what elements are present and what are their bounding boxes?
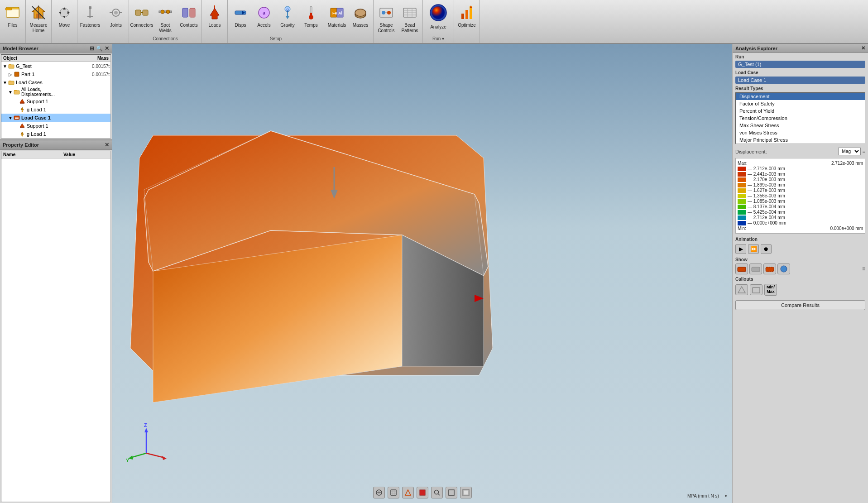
ae-displacement-mode-select[interactable]: Mag X Y Z [838,148,861,155]
shape-controls-btn[interactable]: ShapeControls [374,2,398,35]
result-item-major-principal[interactable]: Major Principal Stress [736,136,865,144]
result-item-von-mises[interactable]: von Mises Stress [736,129,865,136]
measure-home-btn[interactable]: MeasureHome [27,2,50,35]
loads-btn[interactable]: Loads [203,2,226,30]
temps-btn[interactable]: Temps [299,2,323,30]
result-item-displacement[interactable]: Displacement [736,93,865,100]
scale-swatch-5 [738,194,746,198]
tree-item-all-loads[interactable]: ▼ All Loads, Displacements... [1,86,110,97]
accels-btn[interactable]: a Accels [252,2,276,30]
tree-toggle-2[interactable]: ▼ [2,80,8,85]
show-icon-4[interactable] [777,263,790,274]
model-browser-icon-2[interactable]: 🔍 [96,45,103,52]
tree-item-loadcase1[interactable]: ▼ Load Case 1 [1,114,110,122]
model-browser-icon-1[interactable]: ⊞ [90,45,94,52]
masses-btn[interactable]: Masses [349,2,372,30]
property-editor-close[interactable]: ✕ [105,142,109,148]
vp-tool-6[interactable] [446,487,457,498]
ae-close[interactable]: ✕ [861,45,865,51]
tree-item-gload1-lc1[interactable]: g Load 1 [1,130,110,138]
tree-toggle-0[interactable]: ▼ [2,64,8,69]
tree-toggle-1[interactable]: ▷ [8,72,13,77]
move-btn[interactable]: Move [53,2,76,30]
anim-play-btn[interactable]: ▶ [735,244,746,254]
scale-entry-0: — 2.712e-003 mm [738,166,863,171]
tree-item-g-test[interactable]: ▼ G_Test 0.00157t [1,62,110,70]
result-item-max-shear[interactable]: Max Shear Stress [736,122,865,129]
status-bar: MPA (mm t N s) ✦ [687,493,728,498]
result-item-percent-yield[interactable]: Percent of Yield [736,107,865,115]
show-icon-1[interactable] [735,263,748,274]
fasteners-btn[interactable]: Fasteners [78,2,102,30]
ae-result-types-label: Result Types [733,85,868,91]
tree-toggle-6[interactable]: ▼ [8,115,13,120]
vp-tool-1[interactable] [373,487,385,498]
left-panel: Model Browser ⊞ 🔍 ✕ Object Mass ▼ G_Test… [0,44,112,503]
connectors-btn[interactable]: Connectors [130,2,153,30]
show-options-icon[interactable]: ≡ [862,266,865,272]
vp-tool-3[interactable] [402,487,414,498]
scale-swatch-0 [738,167,746,171]
tree-item-gload1-all[interactable]: g Load 1 [1,105,110,114]
status-text: MPA (mm t N s) [687,493,719,498]
analysis-explorer-panel: Analysis Explorer ✕ Run G_Test (1) Load … [732,44,868,503]
analyze-btn[interactable]: Analyze [424,2,453,32]
tree-col-object: Object [3,56,72,61]
scale-entry-9: — 2.712e-004 mm [738,215,863,220]
result-item-factor-safety[interactable]: Factor of Safety [736,100,865,107]
prop-col-name: Name [3,152,63,157]
anim-record-btn[interactable]: ⏺ [761,244,772,254]
show-icon-3[interactable] [763,263,776,274]
anim-forward-btn[interactable]: ⏩ [748,244,759,254]
callout-btn-2[interactable] [750,284,762,295]
tree-item-name-4: Support 1 [27,99,73,104]
scale-max-value: 2.712e-003 mm [831,161,863,166]
vp-tool-4[interactable] [417,487,428,498]
tree-item-part1[interactable]: ▷ Part 1 0.00157t [1,70,110,78]
spot-welds-btn[interactable]: Spot Welds [153,2,177,35]
tree-item-name-1: Part 1 [21,72,73,77]
scale-val-2: — 2.170e-003 mm [748,177,863,182]
svg-rect-67 [14,91,19,94]
vp-tool-5[interactable] [431,487,443,498]
svg-rect-26 [190,8,195,17]
svg-marker-93 [144,428,148,432]
vp-tool-7[interactable] [460,487,472,498]
svg-text:Fe: Fe [332,11,337,15]
tree-item-load-cases[interactable]: ▼ Load Cases [1,78,110,86]
gravity-btn[interactable]: g Gravity [276,2,299,30]
ae-run-value[interactable]: G_Test (1) [735,61,865,68]
scale-entry-10: — 0.000e+000 mm [738,220,863,225]
tree-item-support1-lc1[interactable]: Support 1 [1,122,110,130]
ae-load-case-label: Load Case [733,69,868,76]
scale-entry-4: — 1.627e-003 mm [738,188,863,193]
tree-item-mass-1: 0.00157t [73,72,110,77]
svg-marker-69 [20,99,24,103]
materials-icon: Fe Al [328,4,346,22]
result-item-tension-compression[interactable]: Tension/Compression [736,115,865,122]
materials-btn[interactable]: Fe Al Materials [325,2,349,30]
show-controls: ≡ [733,263,868,275]
ae-load-case-value[interactable]: Load Case 1 [735,77,865,84]
joints-btn[interactable]: Joints [104,2,128,30]
callout-minmax-btn[interactable]: Min/ Max [764,284,777,296]
tree-item-support1-all[interactable]: Support 1 [1,97,110,105]
property-table: Name Value [1,151,111,502]
disps-btn[interactable]: Disps [229,2,252,30]
bead-patterns-btn[interactable]: BeadPatterns [398,2,422,35]
viewport[interactable]: Z Y [112,44,732,503]
svg-text:g: g [286,7,288,12]
svg-rect-115 [738,267,746,272]
scale-min-row: Min: 0.000e+000 mm [738,226,863,231]
contacts-btn[interactable]: Contacts [177,2,201,30]
ae-displacement-options[interactable]: ≡ [863,149,865,154]
callout-btn-1[interactable] [735,284,748,295]
svg-point-47 [382,11,385,14]
tree-toggle-3[interactable]: ▼ [8,90,13,95]
files-btn[interactable]: Files [1,2,24,30]
vp-tool-2[interactable] [388,487,399,498]
model-browser-close[interactable]: ✕ [105,45,109,52]
compare-results-btn[interactable]: Compare Results [735,300,865,310]
show-icon-2[interactable] [749,263,762,274]
optimize-btn[interactable]: Optimize [455,2,479,30]
